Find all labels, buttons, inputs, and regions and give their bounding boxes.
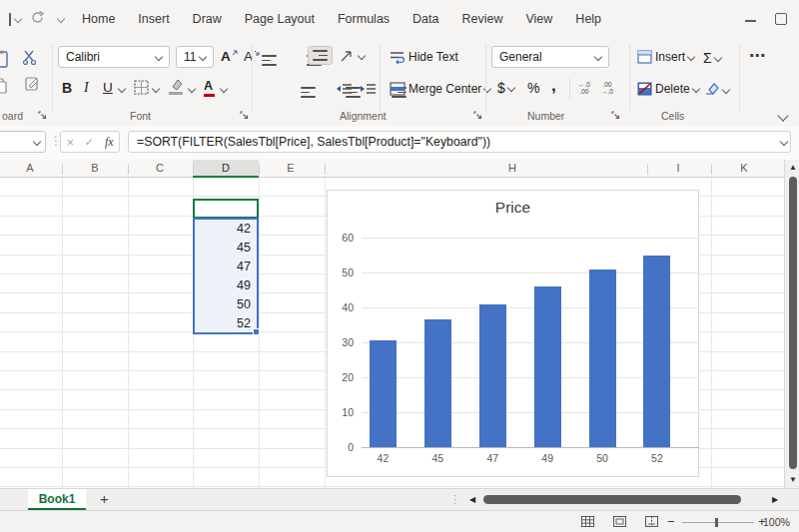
enter-icon[interactable]: ✓	[85, 136, 94, 149]
spill-cell-value[interactable]: 47	[195, 258, 257, 276]
scroll-left-icon[interactable]: ◀	[469, 496, 475, 504]
chart-bar[interactable]	[479, 304, 506, 448]
grow-font-button[interactable]: A	[221, 49, 238, 64]
normal-view-icon[interactable]	[581, 516, 594, 527]
comma-format-button[interactable]: ,	[551, 76, 556, 96]
underline-dropdown-icon[interactable]	[118, 85, 126, 93]
zoom-out-button[interactable]: −	[667, 514, 675, 529]
wrap-text-button[interactable]: Hide Text	[390, 50, 458, 64]
pen-dropdown-icon[interactable]	[14, 15, 22, 23]
pen-cursor-icon[interactable]	[9, 13, 11, 26]
clear-dropdown-icon[interactable]	[722, 86, 730, 94]
menu-tab-view[interactable]: View	[525, 12, 552, 26]
copy-partial-icon[interactable]	[0, 78, 8, 94]
clear-icon[interactable]	[705, 82, 719, 95]
minimize-icon[interactable]	[745, 20, 756, 22]
fill-color-dropdown-icon[interactable]	[188, 85, 196, 93]
paste-icon[interactable]	[0, 50, 9, 68]
percent-format-button[interactable]: %	[527, 80, 539, 96]
chart-bar[interactable]	[370, 340, 397, 447]
vertical-scrollbar[interactable]: ▲ ▼	[784, 160, 799, 488]
fill-handle[interactable]	[253, 328, 260, 335]
column-header-d[interactable]: D	[193, 160, 259, 178]
scroll-down-icon[interactable]: ▼	[789, 476, 797, 484]
underline-button[interactable]: U	[103, 80, 113, 95]
clipboard-dialog-launcher[interactable]	[38, 111, 47, 120]
cancel-icon[interactable]: ×	[66, 135, 74, 150]
borders-icon[interactable]	[134, 80, 149, 95]
menu-tab-home[interactable]: Home	[82, 12, 115, 26]
redo-icon[interactable]	[30, 10, 45, 25]
vertical-scroll-thumb[interactable]	[789, 177, 797, 469]
cut-icon[interactable]	[22, 50, 37, 65]
increase-decimal-button[interactable]: ←.0.00	[578, 81, 590, 95]
align-top-icon[interactable]	[262, 55, 277, 66]
menu-tab-review[interactable]: Review	[461, 12, 502, 26]
scrollbar-splitter-icon[interactable]: ⋮	[449, 493, 460, 506]
zoom-level-label[interactable]: 100%	[763, 516, 790, 528]
zoom-slider-track[interactable]	[682, 522, 754, 523]
page-layout-view-icon[interactable]	[613, 516, 626, 527]
column-header-a[interactable]: A	[15, 162, 45, 174]
delete-cells-button[interactable]: Delete	[637, 82, 699, 96]
autosum-button[interactable]: Σ	[703, 50, 721, 66]
page-break-view-icon[interactable]	[645, 516, 658, 527]
menu-tab-insert[interactable]: Insert	[138, 12, 169, 26]
active-cell[interactable]	[193, 199, 259, 219]
menu-tab-help[interactable]: Help	[575, 12, 601, 26]
menu-tab-formulas[interactable]: Formulas	[338, 12, 390, 26]
grid-cells[interactable]: 424547495052 Price 010203040506042454749…	[0, 178, 784, 488]
spill-cell-value[interactable]: 42	[195, 220, 257, 239]
font-name-combo[interactable]: Calibri	[58, 46, 170, 68]
increase-indent-icon[interactable]	[360, 84, 377, 96]
scroll-up-icon[interactable]: ▲	[789, 164, 797, 172]
ribbon-more-button[interactable]: ⋯	[749, 46, 765, 65]
italic-button[interactable]: I	[84, 80, 89, 96]
align-bottom-icon[interactable]	[308, 46, 333, 65]
bold-button[interactable]: B	[62, 80, 72, 96]
format-painter-icon[interactable]	[24, 76, 40, 93]
number-dialog-launcher[interactable]	[611, 111, 620, 120]
fill-color-icon[interactable]	[169, 79, 184, 91]
spill-range[interactable]: 424547495052	[193, 218, 259, 334]
zoom-slider-thumb[interactable]	[715, 518, 718, 527]
price-chart[interactable]: Price 0102030405060424547495052	[327, 190, 699, 477]
font-color-button[interactable]: A	[204, 79, 213, 93]
menu-tab-data[interactable]: Data	[412, 12, 438, 26]
orientation-icon[interactable]	[340, 48, 355, 63]
decrease-decimal-button[interactable]: .00→.0	[601, 81, 613, 95]
collapse-ribbon-icon[interactable]	[777, 110, 788, 121]
spill-cell-value[interactable]: 52	[195, 313, 257, 332]
chart-bar[interactable]	[534, 286, 561, 447]
insert-function-icon[interactable]: fx	[105, 135, 114, 150]
horizontal-scroll-thumb[interactable]	[483, 495, 741, 504]
sheet-tab-book1[interactable]: Book1	[28, 489, 86, 510]
chart-bar[interactable]	[424, 319, 451, 447]
maximize-icon[interactable]	[775, 13, 787, 25]
qat-customize-icon[interactable]	[57, 15, 65, 23]
chart-bar[interactable]	[589, 269, 616, 448]
column-header-c[interactable]: C	[145, 162, 175, 174]
font-size-combo[interactable]: 11	[176, 46, 214, 68]
spill-cell-value[interactable]: 49	[195, 275, 257, 294]
column-header-i[interactable]: I	[663, 162, 693, 174]
font-dialog-launcher[interactable]	[240, 111, 249, 120]
insert-cells-button[interactable]: Insert	[637, 50, 694, 64]
scroll-right-icon[interactable]: ▶	[772, 496, 778, 504]
chart-bar[interactable]	[643, 256, 670, 448]
column-header-k[interactable]: K	[729, 162, 759, 174]
orientation-dropdown-icon[interactable]	[358, 52, 366, 60]
alignment-dialog-launcher[interactable]	[473, 111, 482, 120]
menu-tab-draw[interactable]: Draw	[193, 12, 222, 26]
spill-cell-value[interactable]: 50	[195, 294, 257, 313]
column-header-h[interactable]: H	[497, 162, 527, 174]
merge-center-button[interactable]: Merge Center	[390, 82, 490, 96]
formula-input[interactable]	[128, 131, 791, 153]
menu-tab-page-layout[interactable]: Page Layout	[245, 12, 315, 26]
align-left-icon[interactable]	[301, 87, 316, 98]
column-header-e[interactable]: E	[276, 162, 306, 174]
number-format-combo[interactable]: General	[491, 46, 609, 68]
column-header-b[interactable]: B	[80, 162, 110, 174]
font-color-dropdown-icon[interactable]	[220, 85, 228, 93]
spill-cell-value[interactable]: 45	[195, 239, 257, 258]
